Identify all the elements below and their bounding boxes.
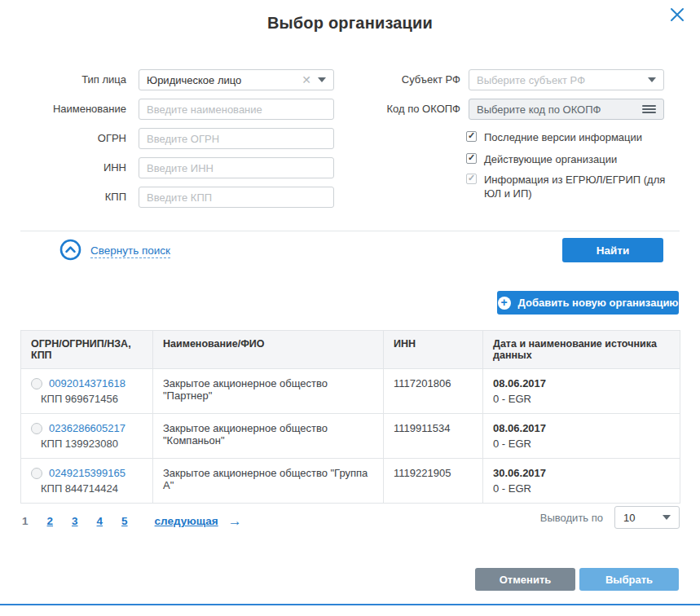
add-organization-label: Добавить новую организацию	[518, 297, 679, 309]
cell-inn: 1119911534	[384, 414, 483, 459]
table-row: 0092014371618 КПП 969671456 Закрытое акц…	[21, 369, 680, 414]
kpp-field-wrap	[139, 187, 334, 208]
col-header-ogrn: ОГРН/ОГРНИП/НЗА, КПП	[21, 331, 153, 369]
plus-circle-icon: +	[498, 297, 511, 310]
chevron-down-icon[interactable]	[318, 77, 326, 82]
dialog-bottom-accent	[0, 604, 700, 605]
kpp-input[interactable]	[139, 187, 333, 207]
chevron-down-icon[interactable]	[663, 515, 671, 520]
checkbox-checked-icon[interactable]	[466, 131, 477, 142]
ogrn-link[interactable]: 0236286605217	[49, 422, 125, 434]
page-link-5[interactable]: 5	[121, 515, 128, 527]
col-header-source: Дата и наименование источника данных	[483, 331, 680, 369]
subject-rf-select[interactable]: Выберите субъект РФ	[469, 69, 664, 90]
collapse-search-link[interactable]: Свернуть поиск	[59, 239, 170, 264]
per-page-select[interactable]: 10	[614, 506, 680, 529]
cell-ogrn: 0236286605217 КПП 139923080	[21, 414, 153, 459]
ogrn-link[interactable]: 0249215399165	[49, 467, 125, 479]
cell-source: 30.06.2017 0 - EGR	[483, 459, 680, 504]
per-page-value: 10	[623, 512, 663, 524]
checkbox-label: Действующие организации	[484, 152, 617, 166]
source-date: 30.06.2017	[493, 467, 670, 479]
cancel-button-label: Отменить	[500, 574, 552, 586]
results-table: ОГРН/ОГРНИП/НЗА, КПП Наименование/ФИО ИН…	[20, 330, 680, 504]
table-row: 0236286605217 КПП 139923080 Закрытое акц…	[21, 414, 680, 459]
ogrn-link[interactable]: 0092014371618	[49, 377, 125, 389]
field-label-okopf: Код по ОКОПФ	[359, 99, 460, 120]
field-label-type: Тип лица	[0, 69, 126, 90]
select-button[interactable]: Выбрать	[579, 568, 679, 591]
ogrn-input[interactable]	[139, 129, 333, 148]
checkbox-label: Последние версии информации	[484, 130, 642, 144]
organization-select-dialog: Выбор организации Тип лица Юридическое л…	[0, 0, 700, 616]
checkbox-active-orgs[interactable]: Действующие организации	[466, 152, 680, 166]
name-input[interactable]	[139, 99, 333, 119]
pagination: 1 2 3 4 5 следующая →	[22, 514, 242, 528]
source-date: 08.06.2017	[493, 377, 670, 389]
checkbox-checked-disabled-icon	[466, 174, 477, 184]
field-label-kpp: КПП	[0, 187, 126, 208]
per-page-label: Выводить по	[540, 512, 603, 524]
page-link-4[interactable]: 4	[97, 515, 103, 527]
person-type-select[interactable]: Юридическое лицо ✕	[139, 69, 334, 90]
chevron-down-icon[interactable]	[648, 77, 656, 82]
row-radio[interactable]	[31, 423, 42, 434]
okopf-select[interactable]: Выберите код по ОКОПФ	[469, 99, 664, 120]
inn-field-wrap	[139, 157, 334, 178]
find-button-label: Найти	[597, 244, 629, 257]
cell-name: Закрытое акционерное общество "Компаньон…	[153, 414, 384, 459]
page-link-3[interactable]: 3	[72, 515, 78, 527]
find-button[interactable]: Найти	[562, 238, 663, 262]
source-date: 08.06.2017	[493, 422, 670, 434]
cell-ogrn: 0249215399165 КПП 844714424	[21, 459, 153, 504]
row-radio[interactable]	[31, 378, 42, 389]
page-current: 1	[22, 515, 29, 527]
cell-name: Закрытое акционерное общество "Группа А"	[153, 459, 384, 504]
person-type-value: Юридическое лицо	[147, 74, 302, 86]
close-button[interactable]	[666, 5, 689, 28]
inn-input[interactable]	[139, 158, 333, 178]
next-page-link[interactable]: следующая	[155, 515, 218, 527]
row-radio[interactable]	[31, 468, 42, 479]
source-name: 0 - EGR	[493, 482, 670, 495]
kpp-text: КПП 844714424	[41, 482, 143, 495]
col-header-inn: ИНН	[384, 331, 483, 369]
subject-rf-placeholder: Выберите субъект РФ	[477, 74, 648, 86]
collapse-search-label: Свернуть поиск	[90, 244, 170, 258]
dialog-title: Выбор организации	[0, 14, 700, 33]
field-label-ogrn: ОГРН	[0, 128, 126, 149]
kpp-text: КПП 969671456	[41, 393, 143, 405]
kpp-text: КПП 139923080	[41, 438, 143, 450]
table-header-row: ОГРН/ОГРНИП/НЗА, КПП Наименование/ФИО ИН…	[21, 331, 680, 369]
cell-name: Закрытое акционерное общество "Партнер"	[153, 369, 384, 414]
chevron-up-circle-icon	[59, 239, 81, 264]
menu-icon[interactable]	[642, 105, 656, 113]
cell-source: 08.06.2017 0 - EGR	[483, 414, 680, 459]
cell-inn: 1119221905	[384, 459, 483, 504]
close-icon	[669, 7, 685, 26]
col-header-name: Наименование/ФИО	[153, 331, 384, 369]
cell-inn: 1117201806	[384, 369, 483, 414]
checkbox-label: Информация из ЕГРЮЛ/ЕГРИП (для ЮЛ и ИП)	[484, 173, 680, 200]
per-page-control: Выводить по 10	[540, 506, 680, 529]
name-field-wrap	[139, 99, 334, 120]
form-divider	[20, 231, 680, 231]
source-name: 0 - EGR	[493, 438, 670, 450]
source-name: 0 - EGR	[493, 393, 670, 405]
cancel-button[interactable]: Отменить	[475, 568, 575, 591]
ogrn-field-wrap	[139, 128, 334, 149]
add-organization-button[interactable]: + Добавить новую организацию	[497, 291, 679, 315]
checkbox-egrul-info: Информация из ЕГРЮЛ/ЕГРИП (для ЮЛ и ИП)	[466, 173, 680, 200]
cell-source: 08.06.2017 0 - EGR	[483, 369, 680, 414]
field-label-subject-rf: Субъект РФ	[359, 69, 460, 90]
cell-ogrn: 0092014371618 КПП 969671456	[21, 369, 153, 414]
field-label-name: Наименование	[0, 99, 126, 120]
clear-icon[interactable]: ✕	[302, 74, 311, 86]
checkbox-latest-versions[interactable]: Последние версии информации	[466, 130, 680, 144]
checkbox-checked-icon[interactable]	[466, 153, 477, 164]
okopf-placeholder: Выберите код по ОКОПФ	[477, 103, 642, 116]
table-row: 0249215399165 КПП 844714424 Закрытое акц…	[21, 459, 680, 504]
arrow-right-icon[interactable]: →	[228, 514, 242, 528]
field-label-inn: ИНН	[0, 157, 126, 178]
page-link-2[interactable]: 2	[47, 515, 54, 527]
